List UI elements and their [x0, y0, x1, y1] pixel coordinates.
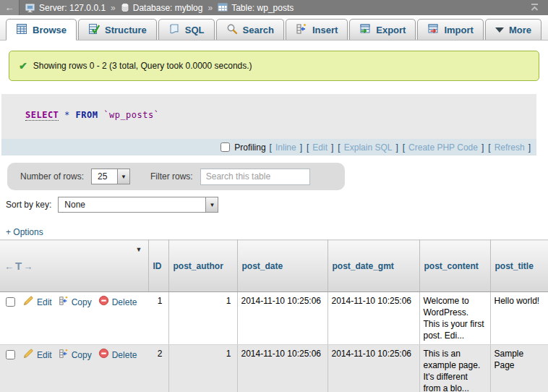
sql-select-keyword[interactable]: SELECT: [25, 110, 59, 121]
bracket: ]: [528, 142, 531, 153]
table-row: Edit Copy Delete 1 1 2014-11-10 10:25:06…: [0, 292, 548, 345]
tab-insert[interactable]: Insert: [286, 19, 348, 40]
cell-post-date: 2014-11-10 10:25:06: [237, 345, 327, 392]
filter-rows-label: Filter rows:: [150, 171, 193, 182]
copy-icon: [59, 296, 69, 309]
sql-star: *: [64, 110, 70, 120]
cell-post-title: Sample Page: [490, 345, 548, 392]
delete-button[interactable]: Delete: [98, 295, 137, 309]
server-crumb[interactable]: Server: 127.0.0.1: [39, 3, 106, 13]
column-header-post-content[interactable]: post_content: [419, 240, 490, 292]
column-header-post-author[interactable]: post_author: [168, 240, 237, 292]
delete-icon: [98, 295, 109, 309]
bracket: ]: [395, 142, 398, 153]
cell-post-content: This is an example page. It's different …: [419, 345, 490, 392]
sort-by-key-row: Sort by key: None ▼: [6, 197, 218, 213]
breadcrumb-separator: »: [109, 3, 117, 13]
sort-by-key-select[interactable]: None ▼: [58, 197, 218, 213]
breadcrumb: Server: 127.0.0.1 » Database: myblog » T…: [20, 3, 523, 13]
explain-sql-link[interactable]: Explain SQL: [344, 142, 393, 153]
table-icon: [218, 3, 228, 12]
success-message: ✔ Showing rows 0 - 2 (3 total, Query too…: [9, 51, 539, 81]
column-header-post-date[interactable]: post_date: [237, 240, 327, 292]
profiling-label: Profiling: [234, 142, 265, 153]
database-crumb[interactable]: Database: myblog: [133, 3, 203, 13]
profiling-checkbox[interactable]: [221, 142, 230, 152]
edit-button[interactable]: Edit: [23, 348, 52, 362]
sort-by-key-value: None: [59, 197, 205, 212]
results-table: ←T→ ▼ ID post_author post_date post_date…: [0, 239, 548, 392]
breadcrumb-bar: ← Server: 127.0.0.1 » Database: myblog »…: [0, 0, 548, 15]
structure-icon: [88, 23, 100, 37]
edit-query-link[interactable]: Edit: [312, 142, 327, 153]
bracket: ]: [300, 142, 302, 153]
back-arrow-icon: ←: [5, 2, 14, 13]
browse-icon: [16, 23, 27, 37]
export-icon: [359, 23, 371, 37]
cell-id: 2: [148, 345, 168, 392]
database-icon: [121, 3, 129, 12]
tab-search[interactable]: Search: [216, 19, 284, 40]
delete-button[interactable]: Delete: [98, 348, 137, 362]
column-header-id[interactable]: ID: [148, 240, 168, 292]
tab-label: Insert: [312, 25, 338, 35]
number-of-rows-value: 25: [92, 169, 117, 184]
tab-label: Import: [444, 25, 473, 35]
table-crumb[interactable]: Table: wp_posts: [231, 3, 294, 13]
number-of-rows-label: Number of rows:: [20, 171, 84, 182]
rows-options-bar: Number of rows: 25 ▼ Filter rows:: [7, 163, 345, 190]
bracket: [: [403, 142, 405, 153]
tab-label: Browse: [33, 25, 67, 35]
copy-button[interactable]: Copy: [59, 349, 92, 362]
sort-by-key-label: Sort by key:: [6, 200, 51, 210]
cell-post-title: Hello world!: [490, 292, 548, 345]
pencil-icon: [23, 348, 34, 362]
tab-import[interactable]: Import: [417, 19, 483, 40]
actions-header: ←T→ ▼: [0, 240, 148, 292]
sql-area: SELECT * FROM `wp_posts`: [1, 94, 536, 139]
tab-label: SQL: [185, 25, 205, 35]
tab-label: Search: [243, 25, 274, 35]
tab-structure[interactable]: Structure: [78, 19, 157, 40]
column-header-post-title[interactable]: post_title: [490, 240, 548, 292]
delete-icon: [98, 348, 109, 362]
bracket: [: [270, 142, 272, 153]
column-header-post-date-gmt[interactable]: post_date_gmt: [327, 240, 419, 292]
refresh-link[interactable]: Refresh: [495, 142, 525, 153]
tab-label: Export: [376, 25, 406, 35]
column-visibility-widget[interactable]: ←T→: [4, 261, 34, 272]
copy-icon: [59, 349, 69, 362]
back-button[interactable]: ←: [0, 0, 20, 15]
search-icon: [226, 23, 238, 37]
tab-export[interactable]: Export: [349, 19, 416, 40]
message-text: Showing rows 0 - 2 (3 total, Query took …: [33, 61, 252, 71]
cell-post-content: Welcome to WordPress. This is your first…: [419, 292, 490, 345]
create-php-code-link[interactable]: Create PHP Code: [408, 142, 478, 153]
tab-sql[interactable]: SQL: [158, 19, 215, 40]
tab-more[interactable]: More: [485, 19, 541, 40]
sort-options-caret[interactable]: ▼: [136, 246, 142, 253]
scroll-top-icon[interactable]: [523, 3, 545, 12]
cell-id: 1: [148, 292, 168, 345]
insert-icon: [296, 23, 307, 37]
tab-browse[interactable]: Browse: [6, 19, 77, 41]
tab-label: More: [509, 25, 531, 35]
table-row: Edit Copy Delete 2 1 2014-11-10 10:25:06…: [0, 345, 548, 392]
inline-link[interactable]: Inline: [275, 142, 296, 153]
bracket: [: [488, 142, 490, 153]
row-checkbox[interactable]: [6, 350, 15, 359]
options-toggle[interactable]: + Options: [6, 227, 43, 237]
bracket: [: [338, 142, 340, 153]
number-of-rows-select[interactable]: 25 ▼: [91, 169, 130, 184]
import-icon: [427, 23, 439, 37]
cell-post-date-gmt: 2014-11-10 10:25:06: [327, 292, 419, 345]
chevron-down-icon: ▼: [205, 197, 218, 212]
filter-input[interactable]: [200, 169, 310, 185]
chevron-down-icon: ▼: [117, 169, 129, 184]
copy-button[interactable]: Copy: [59, 296, 92, 309]
edit-button[interactable]: Edit: [23, 295, 52, 309]
breadcrumb-separator: »: [206, 3, 214, 13]
row-checkbox[interactable]: [6, 297, 15, 307]
tab-bar: Browse Structure SQL Search Insert Expor…: [0, 15, 548, 41]
server-icon: [25, 3, 35, 13]
